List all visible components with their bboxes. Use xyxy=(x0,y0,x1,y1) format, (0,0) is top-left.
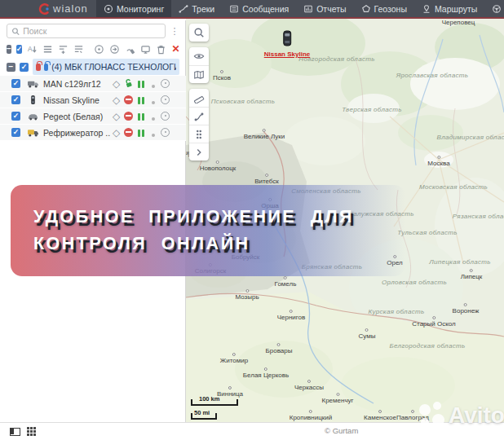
unit-row[interactable]: ✓Рефрижератор ...◇ xyxy=(0,125,186,141)
city-label: Черкассы xyxy=(294,380,324,391)
details-diamond-icon: ◇ xyxy=(110,112,122,121)
unit-row[interactable]: ✓MAN с129лг12◇ xyxy=(0,76,186,92)
topbar: wialon МониторингТрекиСообщенияОтчетыГео… xyxy=(0,0,504,19)
unit-name[interactable]: Pegeot (Белая) xyxy=(43,112,110,121)
group-checkbox[interactable]: ✓ xyxy=(20,63,29,72)
apps-grid-icon[interactable] xyxy=(27,427,37,437)
list-view-icon[interactable] xyxy=(42,44,53,55)
region-label: Орловская область xyxy=(382,279,447,286)
avito-watermark: Avito xyxy=(418,401,504,430)
car-marker-icon xyxy=(282,30,291,46)
city-label: Чернигов xyxy=(277,310,306,321)
chevron-right-icon xyxy=(193,147,205,158)
nav-messages[interactable]: Сообщения xyxy=(222,0,296,17)
unit-marker[interactable]: Nissan Skyline xyxy=(264,30,310,58)
region-label: Псковская область xyxy=(211,98,275,105)
locate-target-icon[interactable] xyxy=(159,109,171,124)
unit-list: ✓MAN с129лг12◇✓Nissan Skyline◇✓Pegeot (Б… xyxy=(0,76,186,141)
map-traffic-button[interactable] xyxy=(189,125,209,143)
locate-target-icon[interactable] xyxy=(159,77,171,91)
show-on-map-icon[interactable] xyxy=(94,44,104,55)
region-label: Владимирская область xyxy=(437,134,504,141)
map-expand-button[interactable] xyxy=(189,143,209,161)
follow-units-icon[interactable] xyxy=(109,44,120,55)
nav-drivers[interactable]: Водители xyxy=(484,0,504,17)
search-icon xyxy=(11,27,20,36)
map-layers-button[interactable] xyxy=(189,65,209,83)
group-collapse-checkbox[interactable]: − xyxy=(7,63,15,72)
nav-geofences[interactable]: Геозоны xyxy=(354,0,414,17)
status-dot-icon xyxy=(147,77,159,91)
trash-icon[interactable] xyxy=(156,44,166,55)
unit-checkbox[interactable]: ✓ xyxy=(11,112,20,121)
select-all-checkbox[interactable]: ✓ xyxy=(16,45,23,54)
unit-group-row[interactable]: − ✓ (4) МБК ГЛОНАСС ТЕХНОЛОГИИ (de... xyxy=(0,59,186,75)
connection-ok-icon xyxy=(122,77,135,91)
app-logo: wialon xyxy=(0,0,96,17)
lock-icon-red xyxy=(36,64,41,71)
status-dot-icon xyxy=(147,125,159,140)
nav-monitoring[interactable]: Мониторинг xyxy=(96,0,171,17)
search-box[interactable] xyxy=(7,24,166,38)
close-icon[interactable]: ✕ xyxy=(171,44,179,54)
city-dot-icon xyxy=(470,269,473,272)
toggle-sidebar-icon[interactable] xyxy=(10,428,20,436)
unit-checkbox[interactable]: ✓ xyxy=(11,79,20,88)
nav-label: Треки xyxy=(192,4,214,14)
map-attribution: © Gurtam xyxy=(325,426,358,435)
city-dot-icon xyxy=(411,410,414,413)
menu-dots-icon[interactable]: ⋮ xyxy=(170,26,179,37)
nav-tracks[interactable]: Треки xyxy=(171,0,222,17)
wialon-logo-icon xyxy=(38,3,50,15)
unit-name[interactable]: MAN с129лг12 xyxy=(43,79,110,89)
city-dot-icon xyxy=(232,353,236,356)
city-label: Кременчуг xyxy=(321,393,353,404)
region-label: Курская область xyxy=(369,308,425,315)
map-visibility-button[interactable] xyxy=(189,47,209,65)
eye-icon xyxy=(193,51,205,62)
city-label: Череповец xyxy=(442,19,475,26)
locate-target-icon[interactable] xyxy=(159,125,171,140)
unit-row[interactable]: ✓Nissan Skyline◇ xyxy=(0,92,186,108)
show-all-list-icon[interactable] xyxy=(73,44,84,55)
scale-mi-bar xyxy=(191,418,217,420)
tracks-icon xyxy=(179,4,188,14)
city-dot-icon xyxy=(265,174,268,177)
nav-routes[interactable]: Маршруты xyxy=(414,0,484,17)
details-diamond-icon: ◇ xyxy=(110,128,122,138)
unit-checkbox[interactable]: ✓ xyxy=(11,95,20,104)
search-input[interactable] xyxy=(23,26,161,36)
map-routes-button[interactable] xyxy=(189,107,209,125)
map-search-button[interactable] xyxy=(189,24,209,42)
unit-checkbox[interactable]: ✓ xyxy=(11,128,20,137)
add-to-list-icon[interactable] xyxy=(58,44,69,55)
messages-icon xyxy=(229,4,239,14)
city-label: Новополоцк xyxy=(200,161,237,172)
collapse-all-checkbox[interactable]: − xyxy=(7,45,11,54)
sort-az-icon[interactable]: A xyxy=(27,44,38,55)
unit-marker-label: Nissan Skyline xyxy=(264,51,310,58)
locate-target-icon[interactable] xyxy=(159,93,171,108)
city-label: Бровары xyxy=(266,343,293,354)
unit-name[interactable]: Nissan Skyline xyxy=(43,95,110,105)
map-ruler-button[interactable] xyxy=(189,89,209,107)
unit-name[interactable]: Рефрижератор ... xyxy=(43,128,110,138)
route-icon xyxy=(193,111,205,122)
city-label: Мозырь xyxy=(235,289,259,301)
monitor-icon[interactable] xyxy=(140,44,151,55)
details-diamond-icon: ◇ xyxy=(110,95,122,105)
geofences-icon xyxy=(361,4,371,14)
avito-logo-icon xyxy=(418,401,447,430)
drivers-icon xyxy=(492,4,502,14)
connection-state-icon[interactable] xyxy=(125,44,135,55)
nav-reports[interactable]: Отчеты xyxy=(296,0,353,17)
city-label: Белая Церковь xyxy=(243,367,289,379)
city-label: Великие Луки xyxy=(244,129,285,140)
city-label: Старый Оскол xyxy=(412,316,455,328)
city-dot-icon xyxy=(307,380,311,383)
city-dot-icon xyxy=(264,367,267,371)
sensor-bars-icon xyxy=(135,93,147,108)
unit-row[interactable]: ✓Pegeot (Белая)◇ xyxy=(0,108,186,125)
sensor-bars-icon xyxy=(135,77,147,91)
car-top-icon xyxy=(26,95,39,106)
